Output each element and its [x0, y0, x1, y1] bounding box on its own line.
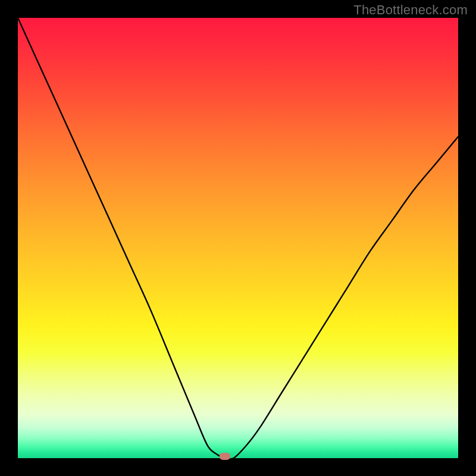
curve-svg: [18, 18, 458, 458]
plot-area: [18, 18, 458, 458]
chart-frame: TheBottleneck.com: [0, 0, 476, 476]
watermark-text: TheBottleneck.com: [353, 2, 468, 18]
bottleneck-curve-path: [18, 18, 458, 459]
minimum-marker: [220, 453, 230, 460]
